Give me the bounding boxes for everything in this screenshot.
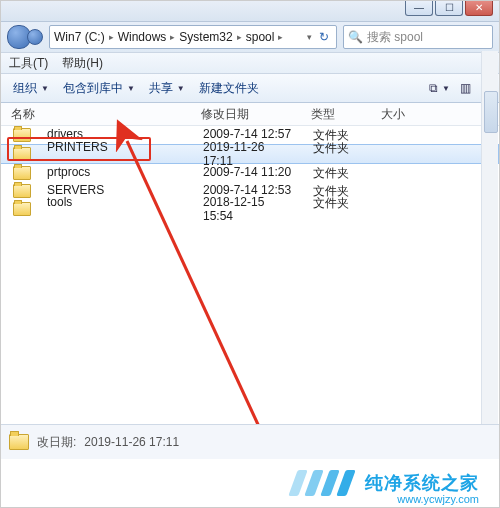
window-buttons: — ☐ ✕	[403, 1, 493, 16]
chevron-down-icon: ▼	[177, 84, 185, 93]
folder-icon	[13, 202, 31, 216]
status-bar: 改日期: 2019-11-26 17:11	[1, 424, 499, 459]
folder-icon	[9, 434, 29, 450]
search-input[interactable]: 🔍 搜索 spool	[343, 25, 493, 49]
column-headers: 名称 修改日期 类型 大小	[1, 103, 499, 126]
breadcrumb-seg-0[interactable]: Win7 (C:)▸	[54, 30, 118, 44]
nav-forward-icon[interactable]	[27, 29, 43, 45]
title-bar: — ☐ ✕	[1, 1, 499, 22]
preview-pane-icon[interactable]: ▥	[460, 81, 471, 95]
breadcrumb[interactable]: Win7 (C:)▸ Windows▸ System32▸ spool▸ ▾ ↻	[49, 25, 337, 49]
folder-icon	[13, 166, 31, 180]
scrollbar-thumb[interactable]	[484, 91, 498, 133]
chevron-right-icon: ▸	[170, 32, 175, 42]
cell-date: 2009-7-14 11:20	[193, 165, 303, 182]
new-folder-button[interactable]: 新建文件夹	[195, 78, 263, 99]
menu-tools[interactable]: 工具(T)	[9, 55, 48, 72]
folder-icon	[13, 128, 31, 142]
folder-icon	[13, 184, 31, 198]
organize-button[interactable]: 组织▼	[9, 78, 53, 99]
chevron-right-icon: ▸	[237, 32, 242, 42]
watermark-url: www.ycwjzy.com	[397, 493, 479, 505]
chevron-down-icon[interactable]: ▾	[307, 32, 312, 42]
share-button[interactable]: 共享▼	[145, 78, 189, 99]
chevron-down-icon[interactable]: ▼	[442, 84, 450, 93]
menu-bar: 工具(T) 帮助(H)	[1, 53, 499, 74]
chevron-right-icon: ▸	[278, 32, 283, 42]
cell-name: tools	[37, 195, 193, 223]
folder-icon	[13, 147, 31, 161]
table-row[interactable]: tools2018-12-15 15:54文件夹	[1, 200, 499, 218]
cell-date: 2018-12-15 15:54	[193, 195, 303, 223]
watermark-text: 纯净系统之家	[365, 471, 479, 495]
refresh-icon[interactable]: ↻	[316, 30, 332, 44]
status-label: 改日期:	[37, 434, 76, 451]
breadcrumb-seg-2[interactable]: System32▸	[179, 30, 245, 44]
chevron-right-icon: ▸	[109, 32, 114, 42]
watermark: 纯净系统之家 www.ycwjzy.com	[1, 459, 499, 507]
search-placeholder: 搜索 spool	[367, 29, 423, 46]
status-value: 2019-11-26 17:11	[84, 435, 179, 449]
table-row[interactable]: PRINTERS2019-11-26 17:11文件夹	[1, 144, 499, 164]
col-size[interactable]: 大小	[371, 106, 431, 123]
address-bar-row: Win7 (C:)▸ Windows▸ System32▸ spool▸ ▾ ↻…	[1, 22, 499, 53]
chevron-down-icon: ▼	[41, 84, 49, 93]
watermark-logo-icon	[293, 470, 351, 496]
toolbar: 组织▼ 包含到库中▼ 共享▼ 新建文件夹 ⧉▼ ▥ ◐	[1, 74, 499, 103]
breadcrumb-seg-1[interactable]: Windows▸	[118, 30, 180, 44]
maximize-button[interactable]: ☐	[435, 1, 463, 16]
view-switch-icon[interactable]: ⧉	[429, 81, 438, 95]
file-list[interactable]: drivers2009-7-14 12:57文件夹PRINTERS2019-11…	[1, 126, 499, 446]
cell-name: prtprocs	[37, 165, 193, 182]
search-icon: 🔍	[348, 30, 363, 44]
table-row[interactable]: prtprocs2009-7-14 11:20文件夹	[1, 164, 499, 182]
col-name[interactable]: 名称	[1, 106, 191, 123]
menu-help[interactable]: 帮助(H)	[62, 55, 103, 72]
minimize-button[interactable]: —	[405, 1, 433, 16]
col-date[interactable]: 修改日期	[191, 106, 301, 123]
cell-type: 文件夹	[303, 165, 373, 182]
breadcrumb-tail: ▾ ↻	[303, 30, 336, 44]
vertical-scrollbar[interactable]	[481, 51, 498, 429]
include-in-library-button[interactable]: 包含到库中▼	[59, 78, 139, 99]
cell-type: 文件夹	[303, 195, 373, 223]
breadcrumb-seg-3[interactable]: spool▸	[246, 30, 288, 44]
col-type[interactable]: 类型	[301, 106, 371, 123]
close-button[interactable]: ✕	[465, 1, 493, 16]
chevron-down-icon: ▼	[127, 84, 135, 93]
